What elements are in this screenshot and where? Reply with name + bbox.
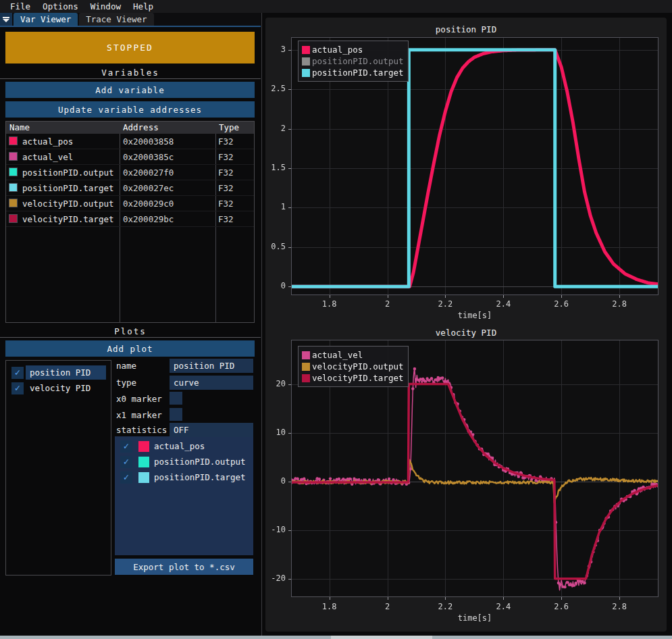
signal-checkbox-positionPID-target[interactable]: ✓ bbox=[120, 471, 132, 484]
plot-item-position-PID[interactable]: position PID bbox=[26, 365, 106, 380]
signal-name: positionPID.output bbox=[154, 456, 245, 468]
legend-swatch bbox=[302, 57, 310, 66]
legend-swatch bbox=[302, 46, 310, 54]
position-pid-legend: actual_pospositionPID.outputpositionPID.… bbox=[298, 41, 409, 82]
editor-label-type: type bbox=[116, 378, 136, 388]
variable-address: 0x200029bc bbox=[123, 211, 211, 227]
editor-field-name[interactable]: position PID bbox=[170, 359, 253, 373]
legend-label: velocityPID.target bbox=[312, 373, 403, 383]
legend-swatch bbox=[302, 69, 310, 77]
variable-address: 0x2000385c bbox=[123, 149, 211, 165]
variable-type: F32 bbox=[218, 196, 252, 211]
table-header-row: NameAddressType bbox=[6, 122, 254, 134]
tab-list-icon[interactable] bbox=[0, 13, 12, 26]
table-row[interactable]: positionPID.target0x200027ecF32 bbox=[6, 180, 254, 196]
table-row[interactable]: actual_pos0x20003858F32 bbox=[6, 134, 254, 149]
variable-type: F32 bbox=[218, 180, 252, 196]
legend-swatch bbox=[302, 374, 310, 382]
variable-color-swatch bbox=[9, 168, 18, 176]
panel-divider[interactable] bbox=[261, 13, 262, 636]
variable-type: F32 bbox=[218, 134, 252, 149]
signal-color-swatch bbox=[138, 472, 149, 483]
legend-label: actual_pos bbox=[312, 45, 363, 55]
variable-name: velocityPID.target bbox=[22, 211, 117, 227]
signal-checkbox-positionPID-output[interactable]: ✓ bbox=[120, 456, 132, 468]
variables-section-header: Variables bbox=[0, 68, 261, 78]
plot-checkbox-velocity-PID[interactable]: ✓ bbox=[11, 382, 24, 394]
table-row[interactable]: positionPID.output0x200027f0F32 bbox=[6, 165, 254, 180]
editor-field-statistics[interactable]: OFF bbox=[170, 423, 253, 437]
legend-item-actual_vel[interactable]: actual_vel bbox=[302, 349, 403, 361]
editor-label-x1-marker: x1 marker bbox=[116, 410, 162, 420]
legend-item-actual_pos[interactable]: actual_pos bbox=[302, 44, 403, 55]
editor-checkbox-x1-marker[interactable] bbox=[170, 408, 182, 421]
signal-color-swatch bbox=[138, 457, 149, 467]
variable-name: actual_vel bbox=[22, 149, 117, 165]
variable-address: 0x200027ec bbox=[123, 180, 211, 196]
velocity-pid-legend: actual_velvelocityPID.outputvelocityPID.… bbox=[298, 346, 409, 387]
variable-color-swatch bbox=[9, 214, 18, 223]
legend-item-velocityPID-output[interactable]: velocityPID.output bbox=[302, 361, 403, 372]
editor-field-type[interactable]: curve bbox=[170, 376, 253, 390]
menu-item-help[interactable]: Help bbox=[127, 0, 159, 13]
plot-checkbox-position-PID[interactable]: ✓ bbox=[11, 367, 24, 379]
variable-name: actual_pos bbox=[22, 134, 117, 149]
update-variable-addresses-button[interactable]: Update variable addresses bbox=[5, 101, 255, 118]
plot-item-velocity-PID[interactable]: velocity PID bbox=[26, 381, 106, 395]
variables-table: NameAddressTypeactual_pos0x20003858F32ac… bbox=[5, 121, 255, 323]
variable-address: 0x200027f0 bbox=[123, 165, 211, 180]
menu-bar: FileOptionsWindowHelp bbox=[0, 0, 672, 13]
signal-name: actual_pos bbox=[154, 440, 205, 453]
bottom-scrollbar[interactable] bbox=[0, 636, 672, 639]
legend-item-positionPID-output[interactable]: positionPID.output bbox=[302, 55, 403, 67]
acquisition-status-button[interactable]: STOPPED bbox=[5, 32, 255, 63]
column-header-address[interactable]: Address bbox=[123, 122, 215, 134]
legend-label: velocityPID.output bbox=[312, 361, 403, 372]
column-header-type[interactable]: Type bbox=[219, 122, 255, 134]
legend-swatch bbox=[302, 351, 310, 359]
variable-name: positionPID.output bbox=[22, 165, 117, 180]
editor-label-name: name bbox=[116, 361, 136, 371]
signal-color-swatch bbox=[138, 441, 149, 452]
scrollbar-thumb[interactable] bbox=[331, 636, 432, 639]
plot-panel: position PID actual_pospositionPID.outpu… bbox=[265, 18, 667, 632]
variable-type: F32 bbox=[218, 149, 252, 165]
variable-color-swatch bbox=[9, 183, 18, 192]
column-header-name[interactable]: Name bbox=[9, 122, 120, 134]
add-plot-button[interactable]: Add plot bbox=[5, 340, 255, 357]
variable-name: velocityPID.output bbox=[22, 196, 117, 211]
legend-item-positionPID-target[interactable]: positionPID.target bbox=[302, 67, 403, 78]
tab-var-viewer[interactable]: Var Viewer bbox=[14, 13, 78, 26]
signal-checkbox-actual_pos[interactable]: ✓ bbox=[120, 440, 132, 453]
variable-color-swatch bbox=[9, 199, 18, 207]
divider bbox=[0, 78, 261, 79]
tab-trace-viewer[interactable]: Trace Viewer bbox=[79, 13, 153, 26]
variable-name: positionPID.target bbox=[22, 180, 117, 196]
legend-swatch bbox=[302, 363, 310, 371]
table-row[interactable]: velocityPID.target0x200029bcF32 bbox=[6, 211, 254, 227]
legend-item-velocityPID-target[interactable]: velocityPID.target bbox=[302, 372, 403, 384]
left-panel: STOPPED Variables Add variable Update va… bbox=[0, 27, 261, 636]
legend-label: positionPID.output bbox=[312, 56, 403, 66]
legend-label: positionPID.target bbox=[312, 68, 403, 78]
variable-address: 0x20003858 bbox=[123, 134, 211, 149]
plots-section-header: Plots bbox=[0, 326, 261, 336]
tab-bar: Var ViewerTrace Viewer bbox=[0, 13, 261, 27]
export-csv-button[interactable]: Export plot to *.csv bbox=[115, 559, 253, 575]
plot-list: ✓position PID✓velocity PID bbox=[5, 360, 111, 576]
table-row[interactable]: velocityPID.output0x200029c0F32 bbox=[6, 196, 254, 211]
variable-address: 0x200029c0 bbox=[123, 196, 211, 211]
editor-label-x0-marker: x0 marker bbox=[116, 394, 162, 404]
menu-item-window[interactable]: Window bbox=[84, 0, 127, 13]
editor-checkbox-x0-marker[interactable] bbox=[170, 392, 182, 405]
signal-name: positionPID.target bbox=[154, 471, 245, 484]
divider bbox=[0, 337, 261, 338]
menu-item-options[interactable]: Options bbox=[36, 0, 84, 13]
add-variable-button[interactable]: Add variable bbox=[5, 82, 255, 98]
editor-label-statistics: statistics bbox=[116, 425, 167, 435]
variable-type: F32 bbox=[218, 211, 252, 227]
plot-signal-list: ✓actual_pos✓positionPID.output✓positionP… bbox=[115, 436, 253, 555]
legend-label: actual_vel bbox=[312, 350, 363, 360]
table-row[interactable]: actual_vel0x2000385cF32 bbox=[6, 149, 254, 165]
menu-item-file[interactable]: File bbox=[4, 0, 36, 13]
